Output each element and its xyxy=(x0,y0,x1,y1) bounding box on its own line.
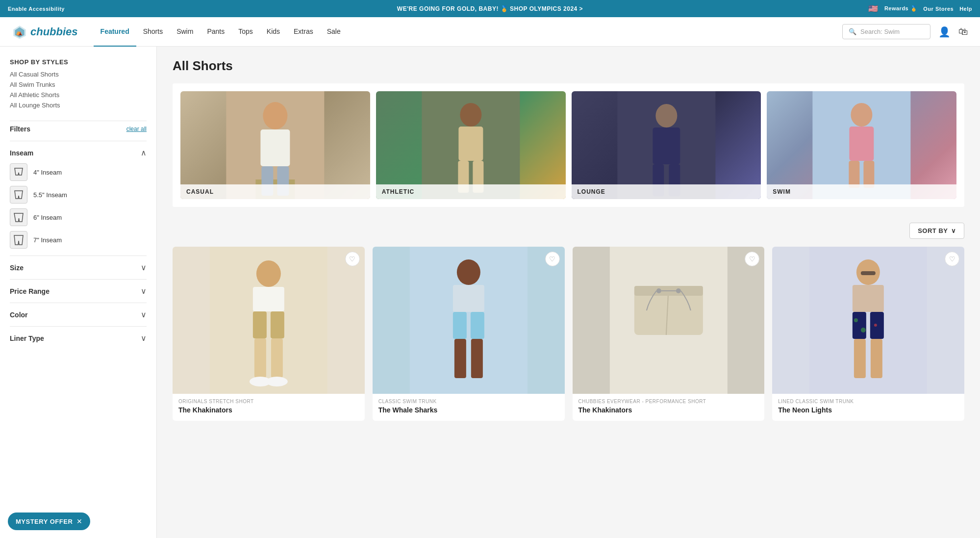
color-filter-header[interactable]: Color ∨ xyxy=(10,310,147,319)
logo-icon: ⛺ xyxy=(12,24,27,40)
price-range-filter-header[interactable]: Price Range ∨ xyxy=(10,286,147,296)
nav-item-sale[interactable]: Sale xyxy=(320,17,348,47)
color-filter-section: Color ∨ xyxy=(10,303,147,326)
product-name-1: The Khakinators xyxy=(178,406,359,414)
inseam-option-55[interactable]: 5.5" Inseam xyxy=(10,186,147,204)
nav-item-extras[interactable]: Extras xyxy=(287,17,320,47)
nav-item-swim[interactable]: Swim xyxy=(170,17,200,47)
svg-rect-51 xyxy=(853,312,866,339)
account-button[interactable]: 👤 xyxy=(938,26,951,38)
svg-point-55 xyxy=(861,328,866,333)
nav-item-tops[interactable]: Tops xyxy=(231,17,260,47)
product-info-2: CLASSIC SWIM TRUNK The Whale Sharks xyxy=(373,394,565,421)
help-link[interactable]: Help xyxy=(959,6,972,12)
nav-item-kids[interactable]: Kids xyxy=(260,17,287,47)
product-image-2: ♡ xyxy=(373,247,565,394)
lounge-image xyxy=(572,91,761,199)
inseam-filter-section: Inseam ∧ 4" Inseam xyxy=(10,141,147,256)
svg-point-20 xyxy=(851,103,873,127)
cart-button[interactable]: 🛍 xyxy=(958,26,968,37)
sort-by-button[interactable]: SORT BY ∨ xyxy=(909,223,964,239)
inseam-option-6[interactable]: 6" Inseam xyxy=(10,208,147,226)
inseam-filter-title: Inseam xyxy=(10,149,33,157)
svg-rect-22 xyxy=(849,161,860,188)
product-image-3: ♡ xyxy=(573,247,765,394)
nav-right: 🔍 Search: Swim 👤 🛍 xyxy=(842,24,968,39)
price-range-filter-section: Price Range ∨ xyxy=(10,279,147,303)
wishlist-button-4[interactable]: ♡ xyxy=(945,252,959,266)
svg-point-34 xyxy=(457,259,480,285)
clear-all-button[interactable]: clear all xyxy=(126,126,147,132)
shop-lounge-shorts[interactable]: All Lounge Shorts xyxy=(10,102,147,109)
mystery-offer-bar[interactable]: MYSTERY OFFER ✕ xyxy=(8,512,90,530)
stores-link[interactable]: Our Stores xyxy=(923,6,954,12)
inseam-option-7[interactable]: 7" Inseam xyxy=(10,231,147,249)
liner-type-chevron-icon: ∨ xyxy=(141,333,147,343)
mystery-offer-close-button[interactable]: ✕ xyxy=(76,517,82,525)
svg-point-32 xyxy=(266,377,288,386)
svg-rect-36 xyxy=(453,312,467,339)
product-card-1[interactable]: ♡ xyxy=(173,247,365,421)
svg-rect-50 xyxy=(861,271,876,275)
category-card-casual[interactable]: CASUAL xyxy=(180,91,370,199)
svg-rect-21 xyxy=(850,127,874,161)
product-subtitle-4: LINED CLASSIC SWIM TRUNK xyxy=(778,399,958,404)
inseam-7-label: 7" Inseam xyxy=(33,236,62,244)
product-info-4: LINED CLASSIC SWIM TRUNK The Neon Lights xyxy=(772,394,964,421)
product-info-1: ORIGINALS STRETCH SHORT The Khakinators xyxy=(173,394,365,421)
inseam-55-label: 5.5" Inseam xyxy=(33,191,67,199)
svg-point-44 xyxy=(656,288,661,293)
svg-rect-57 xyxy=(871,339,882,378)
search-placeholder: Search: Swim xyxy=(860,28,900,35)
product-card-2[interactable]: ♡ CLASSIC SWIM TRUNK The Whale Sharks xyxy=(373,247,565,421)
promo-text[interactable]: WE'RE GOING FOR GOLD, BABY! 🏅 SHOP OLYMP… xyxy=(397,5,583,12)
flag-icon: 🇺🇸 xyxy=(868,4,879,13)
svg-rect-23 xyxy=(864,161,875,188)
svg-rect-26 xyxy=(253,287,284,311)
product-card-4[interactable]: ♡ xyxy=(772,247,964,421)
nav-item-featured[interactable]: Featured xyxy=(94,17,136,47)
category-card-lounge[interactable]: LOUNGE xyxy=(572,91,761,199)
shorts-4-icon xyxy=(10,163,27,181)
inseam-option-4[interactable]: 4" Inseam xyxy=(10,163,147,181)
shop-swim-trunks[interactable]: All Swim Trunks xyxy=(10,81,147,88)
nav-item-shorts[interactable]: Shorts xyxy=(136,17,170,47)
category-card-athletic[interactable]: ATHLETIC xyxy=(376,91,566,199)
inseam-4-label: 4" Inseam xyxy=(33,169,62,176)
main-nav: ⛺ chubbies Featured Shorts Swim Pants To… xyxy=(0,17,980,47)
search-box[interactable]: 🔍 Search: Swim xyxy=(842,24,930,39)
product-card-3[interactable]: ♡ xyxy=(573,247,765,421)
liner-type-filter-header[interactable]: Liner Type ∨ xyxy=(10,333,147,343)
inseam-6-label: 6" Inseam xyxy=(33,214,62,221)
shop-casual-shorts[interactable]: All Casual Shorts xyxy=(10,71,147,78)
product-silhouette-2 xyxy=(373,247,565,394)
athletic-label: ATHLETIC xyxy=(376,184,566,199)
product-image-1: ♡ xyxy=(173,247,365,394)
page-wrapper: Shop By Styles All Casual Shorts All Swi… xyxy=(0,47,980,538)
svg-rect-16 xyxy=(653,128,680,164)
wishlist-button-1[interactable]: ♡ xyxy=(345,252,360,266)
nav-item-pants[interactable]: Pants xyxy=(200,17,231,47)
color-chevron-icon: ∨ xyxy=(141,310,147,319)
shorts-55-icon xyxy=(10,186,27,204)
size-filter-header[interactable]: Size ∨ xyxy=(10,263,147,272)
product-silhouette-1 xyxy=(173,247,365,394)
announcement-bar: Enable Accessibility WE'RE GOING FOR GOL… xyxy=(0,0,980,17)
page-title: All Shorts xyxy=(173,58,964,74)
inseam-options: 4" Inseam 5.5" Inseam xyxy=(10,163,147,249)
product-subtitle-1: ORIGINALS STRETCH SHORT xyxy=(178,399,359,404)
price-chevron-icon: ∨ xyxy=(141,286,147,296)
logo[interactable]: ⛺ chubbies xyxy=(12,24,78,40)
main-content: All Shorts CASUAL xyxy=(157,47,980,538)
wishlist-button-2[interactable]: ♡ xyxy=(545,252,560,266)
svg-point-53 xyxy=(854,318,858,322)
category-card-swim[interactable]: SWIM xyxy=(767,91,956,199)
search-icon: 🔍 xyxy=(849,28,856,35)
inseam-filter-header[interactable]: Inseam ∧ xyxy=(10,148,147,157)
accessibility-link[interactable]: Enable Accessibility xyxy=(8,6,65,12)
rewards-link[interactable]: Rewards 🏅 xyxy=(884,5,917,12)
shop-athletic-shorts[interactable]: All Athletic Shorts xyxy=(10,91,147,99)
svg-rect-30 xyxy=(271,338,283,378)
sort-chevron-icon: ∨ xyxy=(951,227,956,234)
nav-items: Featured Shorts Swim Pants Tops Kids Ext… xyxy=(94,17,842,47)
